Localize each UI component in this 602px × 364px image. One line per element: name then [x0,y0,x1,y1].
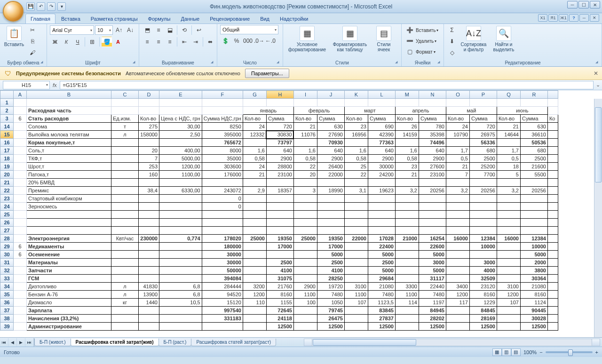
format-cells-button[interactable]: ▢Формат▾ [404,47,436,57]
undo-icon[interactable]: ↶ [37,2,45,11]
close-workbook-icon[interactable]: ✕ [590,14,599,22]
decrease-indent-icon[interactable]: ⇤ [179,37,190,47]
save-icon[interactable]: 💾 [26,2,35,11]
align-middle-icon[interactable]: ≡ [153,25,164,35]
maximize-button[interactable]: ☐ [578,1,589,8]
align-bottom-icon[interactable]: ⬓ [165,25,175,35]
ribbon-tabs: ГлавнаяВставкаРазметка страницыФормулыДа… [0,13,602,24]
align-center-icon[interactable]: ≡ [153,37,164,47]
fill-icon[interactable]: ⬇ [447,36,457,47]
wrap-text-icon[interactable]: ↩ [194,25,204,35]
insert-icon: ➕ [404,25,415,35]
shield-icon: 🛡 [5,70,11,77]
italic-icon[interactable]: К [61,37,71,47]
font-name-combo[interactable]: Arial Cyr [50,25,94,35]
align-right-icon[interactable]: ≡ [165,37,175,47]
group-number: Число [220,59,280,66]
normal-view-icon[interactable]: ▦ [492,348,502,356]
ribbon-tab[interactable]: Разметка страницы [86,14,143,24]
zoom-out-icon[interactable]: − [539,349,542,355]
formula-input[interactable]: =G15*E15 [60,81,594,89]
formula-bar: H15 fx =G15*E15 ⌄ [0,80,602,90]
find-select-button[interactable]: 🔍Найти и выделить [490,25,517,53]
office-button[interactable] [3,1,24,22]
ribbon-g1-icon[interactable]: Ж1 [559,14,568,22]
group-align: Выравнивание [142,59,214,66]
insert-cells-button[interactable]: ➕Вставить▾ [404,25,438,35]
increase-indent-icon[interactable]: ⇥ [190,37,201,47]
ribbon-tab[interactable]: Рецензирование [205,14,254,24]
first-sheet-icon[interactable]: ⏮ [0,338,8,347]
font-size-combo[interactable]: 10 [95,25,113,35]
ribbon-tab[interactable]: Вид [255,14,274,24]
conditional-formatting-button[interactable]: ▦Условное форматирование [286,25,328,53]
title-bar: 💾 ↶ ↷ ▾ Фин.модель животноводство [Режим… [0,0,602,13]
sheet-tab[interactable]: Расшифровка статей затрат(жив) [71,339,159,346]
group-editing: Редактирование [447,59,599,66]
increase-decimal-icon[interactable]: .0→ [254,36,264,46]
zoom-level[interactable]: 100% [523,349,537,355]
sort-filter-button[interactable]: A↓ZСортировка и фильтр [459,25,488,53]
percent-icon[interactable]: % [231,36,242,46]
currency-icon[interactable]: 💲 [220,36,230,46]
ribbon-tab[interactable]: Вставка [56,14,85,24]
ribbon-tab[interactable]: Данные [176,14,204,24]
autosum-icon[interactable]: Σ [447,25,457,35]
vertical-scrollbar[interactable] [594,99,602,337]
ribbon-tab[interactable]: Надстройки [275,14,313,24]
last-sheet-icon[interactable]: ⏭ [25,338,34,347]
security-label: Предупреждение системы безопасности [16,71,121,76]
zoom-in-icon[interactable]: + [595,349,598,355]
security-close-icon[interactable]: ✕ [594,70,598,77]
horizontal-scrollbar[interactable] [304,339,600,346]
qat-more-icon[interactable]: ▾ [57,2,66,11]
close-button[interactable]: ✕ [590,1,600,8]
name-box[interactable]: H15 [3,81,50,89]
sheet-tab[interactable]: Расшифровка статей затрат(раст) [191,339,276,346]
ribbon-x1-icon[interactable]: X1 [538,14,547,22]
ribbon-y1-icon[interactable]: Я1 [548,14,558,22]
prev-sheet-icon[interactable]: ◀ [8,338,17,347]
font-color-icon[interactable]: A [113,37,123,47]
format-as-table-button[interactable]: ▦Форматировать как таблицу [330,25,370,53]
page-layout-view-icon[interactable]: ▥ [502,348,511,356]
page-break-view-icon[interactable]: ▤ [511,348,521,356]
merge-icon[interactable]: ⬌ [205,37,215,47]
copy-icon[interactable]: ⎘ [27,36,38,47]
cell-styles-button[interactable]: ▤Стили ячеек [372,25,396,53]
zoom-slider[interactable] [546,351,593,353]
decrease-decimal-icon[interactable]: ←.0 [265,36,276,46]
border-icon[interactable]: ⊞ [87,37,97,47]
minimize-ribbon-icon[interactable]: ─ [579,14,589,22]
align-top-icon[interactable]: ⬒ [142,25,152,35]
redo-icon[interactable]: ↷ [47,2,55,11]
paste-button[interactable]: 📋 Вставить [3,25,25,48]
ribbon-tab[interactable]: Главная [25,14,55,24]
worksheet-grid[interactable]: ABCDEFGHIJKLMNOPQR12Расходная частьянвар… [0,90,602,337]
sheet-tab[interactable]: Б-П (живот.) [34,339,71,346]
table-icon: ▦ [342,26,357,41]
ribbon-tab[interactable]: Формулы [143,14,175,24]
help-icon[interactable]: ? [569,14,578,22]
format-painter-icon[interactable]: 🖌 [27,47,38,58]
expand-formula-icon[interactable]: ⌄ [594,82,602,88]
bold-icon[interactable]: Ж [50,37,60,47]
minimize-button[interactable]: ─ [567,1,578,8]
next-sheet-icon[interactable]: ▶ [17,338,25,347]
comma-icon[interactable]: 000 [243,36,253,46]
styles-icon: ▤ [376,26,391,41]
fill-color-icon[interactable]: 🪣 [102,37,112,47]
format-icon: ▢ [404,47,415,57]
delete-cells-button[interactable]: ➖Удалить▾ [404,36,436,46]
cut-icon[interactable]: ✂ [27,25,38,35]
number-format-combo[interactable]: Общий [220,25,278,34]
fx-icon[interactable]: fx [53,82,57,88]
sheet-tab[interactable]: Б-П (раст.) [158,339,192,346]
grow-font-icon[interactable]: A↑ [114,25,124,35]
shrink-font-icon[interactable]: A↓ [125,25,135,35]
align-left-icon[interactable]: ≡ [142,37,152,47]
orientation-icon[interactable]: ⟲ [179,25,190,35]
clear-icon[interactable]: ◇ [447,47,457,58]
security-options-button[interactable]: Параметры... [245,69,289,78]
underline-icon[interactable]: Ч [72,37,83,47]
